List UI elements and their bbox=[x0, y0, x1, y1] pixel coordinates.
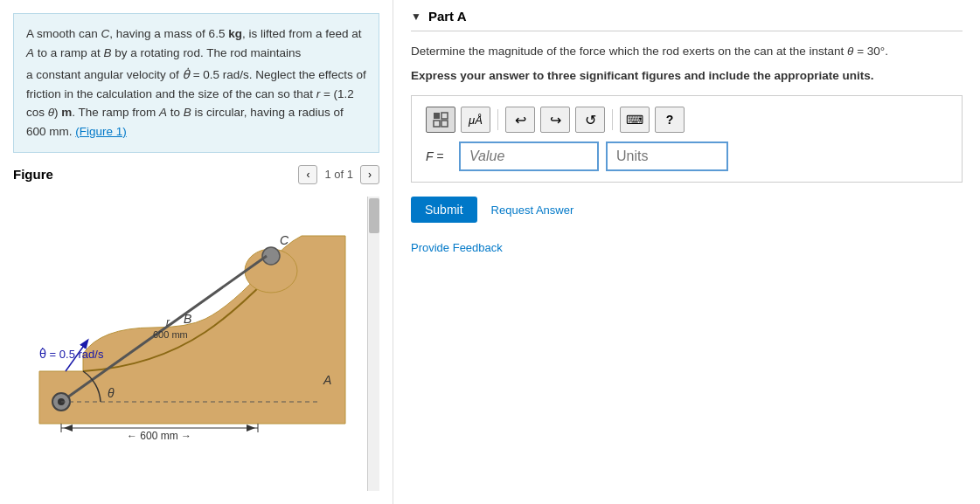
request-answer-link[interactable]: Request Answer bbox=[491, 204, 574, 217]
provide-feedback-link[interactable]: Provide Feedback bbox=[411, 241, 503, 254]
help-button[interactable]: ? bbox=[655, 107, 685, 133]
svg-text:← 600 mm →: ← 600 mm → bbox=[127, 430, 191, 442]
part-collapse-icon[interactable]: ▼ bbox=[411, 10, 421, 23]
problem-line2: a constant angular velocity of θ̇ = 0.5 … bbox=[26, 66, 366, 141]
svg-rect-22 bbox=[441, 113, 448, 119]
question-line1: Determine the magnitude of the force whi… bbox=[411, 42, 963, 61]
keyboard-button[interactable]: ⌨ bbox=[620, 107, 650, 133]
figure-nav-count: 1 of 1 bbox=[324, 168, 353, 181]
svg-marker-18 bbox=[247, 425, 255, 432]
units-button[interactable]: μÅ bbox=[461, 107, 490, 133]
units-input[interactable] bbox=[606, 142, 728, 171]
undo-button[interactable]: ↩ bbox=[505, 107, 535, 133]
svg-text:θ: θ bbox=[108, 386, 115, 400]
question-text: Determine the magnitude of the force whi… bbox=[411, 42, 963, 85]
refresh-button[interactable]: ↺ bbox=[575, 107, 605, 133]
toolbar: μÅ ↩ ↪ ↺ ⌨ ? bbox=[426, 107, 948, 133]
figure-next-button[interactable]: › bbox=[360, 165, 379, 184]
figure-nav: ‹ 1 of 1 › bbox=[298, 165, 379, 184]
matrix-button[interactable] bbox=[426, 107, 455, 133]
scrollbar[interactable] bbox=[367, 197, 379, 491]
scroll-area: A B C bbox=[13, 197, 379, 491]
figure-scroll: A B C bbox=[13, 197, 367, 491]
submit-button[interactable]: Submit bbox=[411, 197, 477, 223]
figure-link[interactable]: (Figure 1) bbox=[75, 125, 127, 138]
left-panel: A smooth can C, having a mass of 6.5 kg,… bbox=[0, 0, 393, 504]
svg-rect-21 bbox=[434, 113, 440, 119]
svg-text:A: A bbox=[323, 373, 331, 387]
figure-title: Figure bbox=[13, 167, 53, 182]
part-title: Part A bbox=[428, 9, 467, 24]
answer-area: μÅ ↩ ↪ ↺ ⌨ ? F = bbox=[411, 95, 963, 183]
f-label: F = bbox=[426, 149, 452, 163]
input-row: F = bbox=[426, 142, 948, 171]
svg-text:θ̇ = 0.5 rad/s: θ̇ = 0.5 rad/s bbox=[39, 348, 104, 361]
svg-text:C: C bbox=[280, 233, 289, 247]
feedback-section: Provide Feedback bbox=[411, 240, 963, 254]
figure-drawing: A B C bbox=[13, 197, 363, 450]
redo-button[interactable]: ↪ bbox=[540, 107, 570, 133]
question-line2: Express your answer to three significant… bbox=[411, 66, 963, 86]
value-input[interactable] bbox=[459, 142, 599, 171]
right-panel: ▼ Part A Determine the magnitude of the … bbox=[393, 0, 980, 504]
svg-rect-24 bbox=[441, 121, 448, 127]
toolbar-separator-1 bbox=[497, 109, 498, 130]
svg-marker-17 bbox=[64, 425, 73, 432]
svg-text:600 mm: 600 mm bbox=[153, 329, 188, 340]
figure-prev-button[interactable]: ‹ bbox=[298, 165, 317, 184]
problem-line1: A smooth can C, having a mass of 6.5 kg,… bbox=[26, 24, 366, 62]
action-row: Submit Request Answer bbox=[411, 197, 963, 223]
part-header: ▼ Part A bbox=[411, 9, 963, 31]
problem-statement: A smooth can C, having a mass of 6.5 kg,… bbox=[13, 13, 379, 153]
figure-header: Figure ‹ 1 of 1 › bbox=[13, 162, 379, 188]
toolbar-separator-2 bbox=[612, 109, 613, 130]
scrollbar-thumb[interactable] bbox=[369, 198, 379, 233]
svg-rect-23 bbox=[434, 121, 440, 127]
